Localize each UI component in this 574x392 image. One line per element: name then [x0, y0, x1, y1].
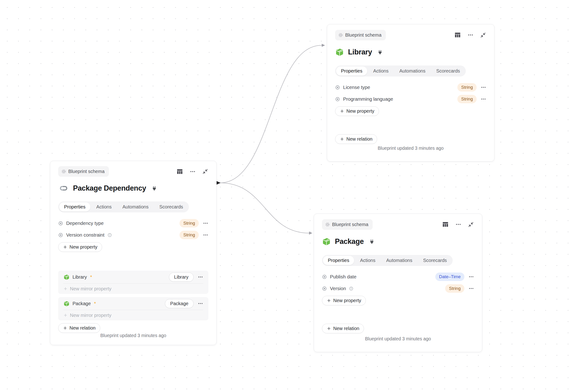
tab-scorecards[interactable]: Scorecards [431, 66, 465, 76]
property-label: Programming language [343, 96, 393, 102]
new-property-label: New property [346, 108, 374, 114]
plus-icon [327, 326, 331, 331]
package-box-icon [335, 48, 344, 57]
card-tabs: Properties Actions Automations Scorecard… [335, 65, 466, 77]
relation-label: Package [73, 301, 91, 306]
new-mirror-property-button[interactable]: New mirror property [63, 284, 203, 294]
link-icon [58, 184, 69, 193]
tab-automations[interactable]: Automations [394, 66, 430, 76]
property-more-icon[interactable] [203, 220, 208, 226]
new-mirror-property-label: New mirror property [70, 313, 111, 318]
new-property-label: New property [69, 244, 97, 250]
property-row: License type String [335, 82, 486, 93]
property-type-badge: String [457, 83, 477, 92]
collapse-icon[interactable] [202, 168, 208, 175]
relation-target-button[interactable]: Package [165, 299, 194, 308]
tab-properties[interactable]: Properties [323, 256, 354, 265]
blueprint-updated-status: Blueprint updated 3 minutes ago [335, 145, 486, 151]
property-more-icon[interactable] [481, 84, 486, 90]
collapse-icon[interactable] [480, 32, 486, 38]
property-more-icon[interactable] [468, 274, 474, 280]
property-label: Publish date [330, 274, 356, 280]
tab-properties[interactable]: Properties [336, 66, 367, 76]
card-header: Blueprint schema [335, 30, 486, 40]
edge-to-package[interactable] [220, 183, 309, 233]
collapse-icon[interactable] [468, 221, 474, 228]
property-radio-icon [58, 233, 63, 238]
gear-icon [338, 33, 343, 38]
property-radio-icon [322, 286, 327, 291]
blueprint-updated-status: Blueprint updated 3 minutes ago [322, 336, 474, 342]
spacer [335, 116, 486, 134]
new-relation-button[interactable]: New relation [335, 134, 377, 144]
property-row: Publish date Date–Time [322, 271, 474, 283]
property-label: License type [343, 84, 370, 90]
table-view-icon[interactable] [176, 168, 183, 175]
relation-more-icon[interactable] [198, 301, 203, 306]
property-label: Version [330, 286, 346, 291]
property-radio-icon [335, 85, 340, 90]
table-view-icon[interactable] [442, 221, 449, 228]
plug-icon [369, 239, 374, 244]
plus-icon [63, 245, 67, 249]
more-options-icon[interactable] [455, 221, 461, 227]
gear-icon [61, 169, 66, 174]
blueprint-schema-badge: Blueprint schema [335, 30, 386, 40]
tab-actions[interactable]: Actions [91, 202, 117, 211]
blueprint-card-package-dependency[interactable]: Blueprint schema Package Dependency Prop… [50, 161, 217, 345]
property-type-badge: String [457, 95, 477, 103]
blueprint-schema-badge: Blueprint schema [322, 219, 373, 230]
plug-icon [377, 50, 383, 55]
property-row: Version constraint String [58, 229, 208, 241]
relation-more-icon[interactable] [198, 274, 203, 280]
tab-automations[interactable]: Automations [381, 256, 417, 265]
property-more-icon[interactable] [203, 232, 208, 238]
package-box-icon [322, 237, 331, 246]
new-property-button[interactable]: New property [58, 242, 102, 252]
edge-to-library-arrowhead [322, 44, 325, 47]
tab-properties[interactable]: Properties [59, 202, 90, 211]
package-box-icon [63, 274, 70, 280]
data-model-canvas[interactable]: Blueprint schema Package Dependency Prop… [0, 0, 574, 392]
property-type-badge: String [180, 219, 199, 227]
tab-scorecards[interactable]: Scorecards [154, 202, 188, 211]
new-relation-label: New relation [69, 325, 96, 331]
spacer [322, 305, 474, 324]
new-relation-button[interactable]: New relation [322, 324, 364, 333]
property-more-icon[interactable] [468, 286, 474, 291]
property-label: Dependency type [66, 220, 104, 226]
new-property-label: New property [333, 298, 361, 303]
blueprint-card-package[interactable]: Blueprint schema Package Properties Acti… [314, 214, 482, 352]
schema-badge-label: Blueprint schema [332, 222, 369, 227]
new-property-button[interactable]: New property [335, 106, 379, 116]
more-options-icon[interactable] [468, 32, 473, 38]
package-box-icon [63, 300, 70, 307]
tab-scorecards[interactable]: Scorecards [418, 256, 452, 265]
new-mirror-property-label: New mirror property [70, 286, 111, 291]
edge-to-library[interactable] [220, 45, 322, 183]
relation-target-button[interactable]: Library [169, 272, 194, 282]
tab-actions[interactable]: Actions [368, 66, 393, 76]
new-relation-label: New relation [346, 136, 372, 142]
table-view-icon[interactable] [454, 31, 461, 39]
tab-actions[interactable]: Actions [355, 256, 380, 265]
property-type-badge: String [445, 284, 464, 293]
info-icon [349, 286, 353, 291]
plus-icon [340, 109, 344, 113]
more-options-icon[interactable] [190, 168, 196, 175]
property-more-icon[interactable] [481, 96, 486, 102]
property-type-badge: String [180, 231, 199, 239]
relation-label: Library [73, 274, 87, 280]
tab-automations[interactable]: Automations [118, 202, 153, 211]
card-title: Package Dependency [73, 184, 146, 192]
new-mirror-property-button[interactable]: New mirror property [63, 310, 203, 320]
blueprint-card-library[interactable]: Blueprint schema Library Properties Acti… [327, 24, 494, 162]
plug-icon [152, 186, 157, 191]
card-title: Library [348, 48, 372, 56]
property-type-badge: Date–Time [435, 272, 464, 281]
property-row: Programming language String [335, 93, 486, 105]
card-title: Package [335, 237, 364, 246]
new-property-button[interactable]: New property [322, 296, 366, 305]
new-relation-button[interactable]: New relation [58, 323, 100, 333]
relation-block-package: Package * Package New mirror property [58, 297, 208, 320]
